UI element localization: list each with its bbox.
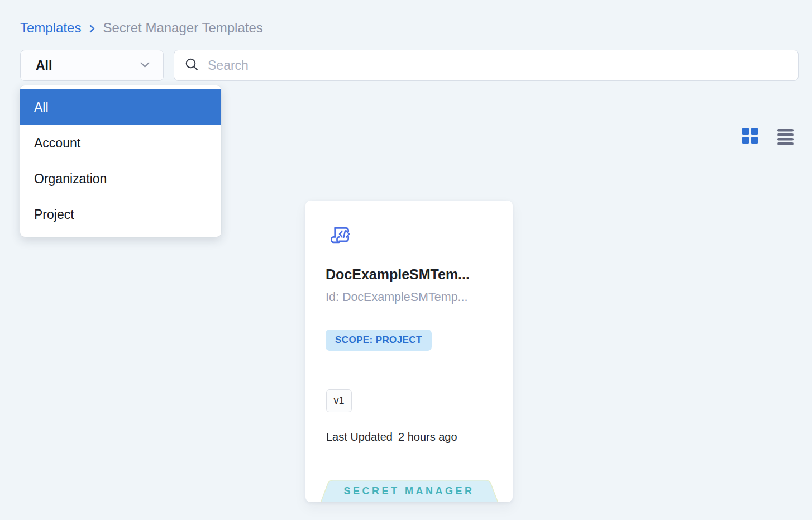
breadcrumb-link-templates[interactable]: Templates	[20, 20, 81, 36]
grid-view-button[interactable]	[742, 128, 758, 144]
template-title: DocExampleSMTem...	[326, 266, 494, 283]
scope-badge: SCOPE: PROJECT	[326, 330, 432, 351]
script-template-icon	[328, 224, 353, 251]
banner-label: SECRET MANAGER	[317, 485, 501, 497]
chevron-down-icon	[140, 60, 150, 70]
chevron-right-icon	[87, 24, 97, 34]
dropdown-option-project[interactable]: Project	[20, 197, 221, 232]
search-icon	[184, 57, 199, 74]
template-id: Id: DocExampleSMTemp...	[326, 290, 494, 304]
dropdown-option-organization[interactable]: Organization	[20, 161, 221, 197]
scope-filter-value: All	[36, 58, 52, 73]
last-updated-row: Last Updated 2 hours ago	[326, 431, 457, 443]
card-divider	[326, 369, 493, 369]
dropdown-option-account[interactable]: Account	[20, 125, 221, 161]
template-type-banner: SECRET MANAGER	[317, 480, 501, 502]
grid-view-icon	[742, 128, 758, 144]
search-box[interactable]	[174, 50, 799, 81]
list-view-icon	[777, 129, 794, 145]
dropdown-option-all[interactable]: All	[20, 89, 221, 125]
last-updated-label: Last Updated	[326, 431, 393, 443]
list-view-button[interactable]	[777, 129, 794, 145]
breadcrumb-current: Secret Manager Templates	[103, 20, 262, 36]
last-updated-value: 2 hours ago	[398, 431, 457, 443]
scope-filter-select[interactable]: All	[20, 50, 164, 81]
version-badge: v1	[326, 389, 352, 412]
template-card[interactable]: DocExampleSMTem... Id: DocExampleSMTemp.…	[305, 201, 513, 502]
search-input[interactable]	[208, 58, 788, 73]
scope-filter-dropdown: AllAccountOrganizationProject	[20, 85, 221, 237]
breadcrumb: Templates Secret Manager Templates	[20, 20, 263, 36]
